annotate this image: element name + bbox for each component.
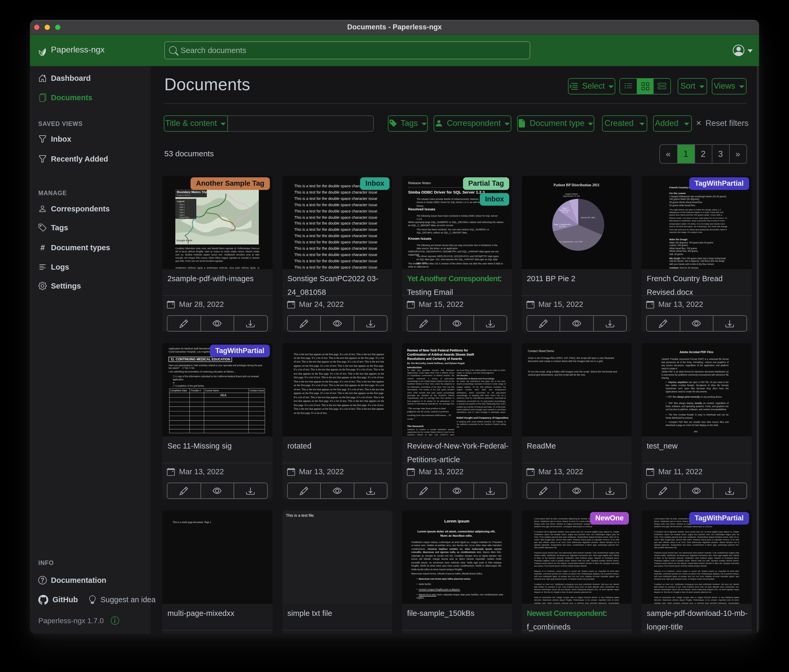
- svg-text:Contact Hours: Contact Hours: [250, 389, 264, 392]
- svg-text:Legend: Legend: [177, 200, 184, 202]
- svg-text:N\A: N\A: [220, 393, 227, 397]
- svg-text:Day 3: Day 3: [179, 208, 184, 211]
- svg-text:Boundary Waters Trip: Boundary Waters Trip: [177, 190, 206, 193]
- svg-text:Day 2: Day 2: [179, 205, 184, 208]
- svg-text:Day 5: Day 5: [179, 213, 184, 216]
- svg-text:Google Earth: Google Earth: [176, 239, 192, 242]
- svg-text:Day 4: Day 4: [179, 211, 184, 213]
- svg-text:Completion Date: Completion Date: [170, 389, 187, 392]
- svg-text:Provider #: Provider #: [190, 389, 201, 392]
- svg-text:Entry Point: Entry Point: [179, 216, 188, 218]
- svg-text:Day 1: Day 1: [179, 203, 184, 205]
- svg-text:Course Name: Course Name: [205, 389, 219, 392]
- svg-text:6 days in BWCA: 6 days in BWCA: [177, 194, 190, 196]
